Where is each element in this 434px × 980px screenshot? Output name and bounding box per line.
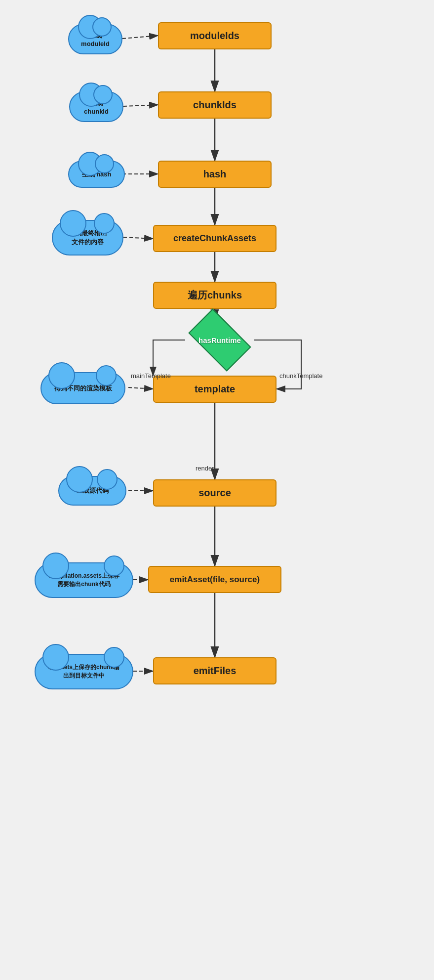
svg-line-9 [123, 105, 158, 106]
cloud-template: 得到不同的渲染模板 [40, 372, 125, 404]
cloud7-label: compilation.assets上保存需要输出chunk代码 [48, 572, 119, 589]
cloud-emitFiles: 将assets上保存的chunk输出到目标文件中 [35, 654, 133, 689]
svg-line-11 [123, 237, 153, 239]
cloud4-label: 生成最终输出文件的内容 [69, 229, 107, 247]
box-moduleIds: moduleIds [158, 22, 272, 49]
box-hash: hash [158, 161, 272, 188]
box-traverseChunks: 遍历chunks [153, 282, 276, 309]
cloud6-label: 生成源代码 [77, 486, 109, 495]
cloud3-label: 生成 hash [82, 170, 112, 179]
cloud8-label: 将assets上保存的chunk输出到目标文件中 [48, 663, 120, 680]
diamond-hasRuntime: hasRuntime [185, 320, 254, 360]
box-emitAsset: emitAsset(file, source) [148, 566, 281, 593]
box-template: template [153, 376, 276, 403]
cloud2-label: 生成chunkId [84, 99, 109, 115]
diagram-container: moduleIds chunkIds hash createChunkAsset… [0, 0, 434, 980]
cloud-chunkId: 生成chunkId [69, 91, 123, 122]
cloud-moduleId: 生成 moduleId [68, 24, 122, 54]
diamond-label: hasRuntime [198, 336, 241, 344]
svg-line-12 [128, 387, 153, 389]
label-mainTemplate: mainTemplate [131, 372, 171, 380]
cloud-source: 生成源代码 [58, 476, 126, 506]
cloud-createChunkAssets: 生成最终输出文件的内容 [52, 220, 123, 256]
label-render: render [196, 465, 214, 472]
cloud-emitAsset: compilation.assets上保存需要输出chunk代码 [35, 562, 133, 598]
box-emitFiles: emitFiles [153, 657, 276, 684]
svg-line-8 [122, 36, 158, 39]
cloud5-label: 得到不同的渲染模板 [54, 384, 112, 393]
label-chunkTemplate: chunkTemplate [279, 372, 322, 380]
box-createChunkAssets: createChunkAssets [153, 225, 276, 252]
box-chunkIds: chunkIds [158, 91, 272, 119]
cloud-hash: 生成 hash [68, 161, 125, 188]
cloud1-label: 生成 moduleId [76, 31, 115, 47]
box-source: source [153, 479, 276, 507]
